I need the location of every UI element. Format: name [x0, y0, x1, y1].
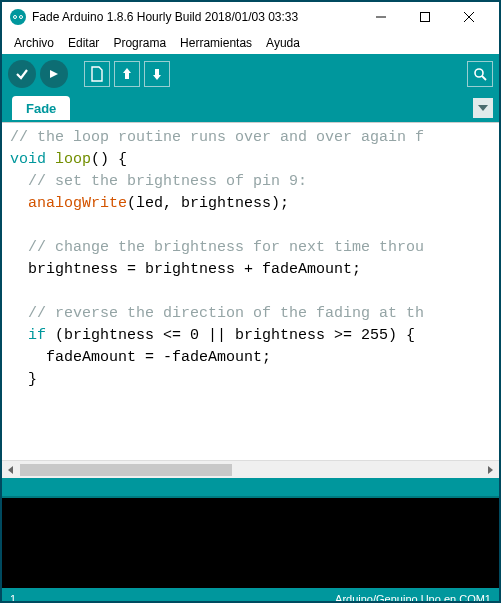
menu-file[interactable]: Archivo: [8, 34, 60, 52]
scroll-right-icon[interactable]: [481, 462, 499, 478]
code-text: fadeAmount = -fadeAmount;: [10, 349, 271, 366]
maximize-button[interactable]: [403, 3, 447, 31]
console-output[interactable]: [2, 498, 499, 588]
statusbar: 1 Arduino/Genuino Uno en COM1: [2, 588, 499, 603]
scroll-thumb[interactable]: [20, 464, 232, 476]
code-blank: [10, 217, 19, 234]
svg-marker-5: [123, 68, 131, 79]
tabbar: Fade: [2, 94, 499, 122]
tab-fade[interactable]: Fade: [12, 96, 70, 120]
code-blank: [10, 283, 19, 300]
save-sketch-button[interactable]: [144, 61, 170, 87]
code-comment: // reverse the direction of the fading a…: [10, 305, 424, 322]
console-header: [2, 478, 499, 498]
open-sketch-button[interactable]: [114, 61, 140, 87]
verify-button[interactable]: [8, 60, 36, 88]
svg-marker-4: [50, 70, 58, 78]
menubar: Archivo Editar Programa Herramientas Ayu…: [2, 32, 499, 54]
tab-menu-button[interactable]: [473, 98, 493, 118]
code-comment: // set the brightness of pin 9:: [10, 173, 307, 190]
new-sketch-button[interactable]: [84, 61, 110, 87]
minimize-button[interactable]: [359, 3, 403, 31]
svg-rect-1: [421, 13, 430, 22]
horizontal-scrollbar[interactable]: [2, 460, 499, 478]
code-keyword: void: [10, 151, 46, 168]
close-button[interactable]: [447, 3, 491, 31]
code-funcname: loop: [55, 151, 91, 168]
code-text: (brightness <= 0 || brightness >= 255) {: [46, 327, 415, 344]
svg-marker-11: [488, 466, 493, 474]
code-keyword: if: [28, 327, 46, 344]
titlebar: Fade Arduino 1.8.6 Hourly Build 2018/01/…: [2, 2, 499, 32]
svg-line-8: [482, 76, 486, 80]
editor-area: // the loop routine runs over and over a…: [2, 122, 499, 478]
svg-point-7: [475, 69, 483, 77]
svg-marker-6: [153, 69, 161, 80]
status-board: Arduino/Genuino Uno en COM1: [335, 593, 491, 603]
arduino-app-icon: [10, 9, 26, 25]
code-func: analogWrite: [28, 195, 127, 212]
upload-button[interactable]: [40, 60, 68, 88]
menu-tools[interactable]: Herramientas: [174, 34, 258, 52]
serial-monitor-button[interactable]: [467, 61, 493, 87]
code-text: [10, 327, 28, 344]
toolbar: [2, 54, 499, 94]
menu-sketch[interactable]: Programa: [107, 34, 172, 52]
code-text: }: [10, 371, 37, 388]
menu-edit[interactable]: Editar: [62, 34, 105, 52]
svg-marker-10: [8, 466, 13, 474]
code-comment: // change the brightness for next time t…: [10, 239, 424, 256]
code-comment: // the loop routine runs over and over a…: [10, 129, 424, 146]
code-text: (led, brightness);: [127, 195, 289, 212]
menu-help[interactable]: Ayuda: [260, 34, 306, 52]
code-editor[interactable]: // the loop routine runs over and over a…: [2, 123, 499, 460]
status-line-number: 1: [10, 593, 16, 603]
svg-marker-9: [478, 105, 488, 111]
window-title: Fade Arduino 1.8.6 Hourly Build 2018/01/…: [32, 10, 359, 24]
code-text: [10, 195, 28, 212]
code-text: brightness = brightness + fadeAmount;: [10, 261, 361, 278]
code-text: () {: [91, 151, 127, 168]
scroll-track[interactable]: [20, 462, 481, 478]
scroll-left-icon[interactable]: [2, 462, 20, 478]
